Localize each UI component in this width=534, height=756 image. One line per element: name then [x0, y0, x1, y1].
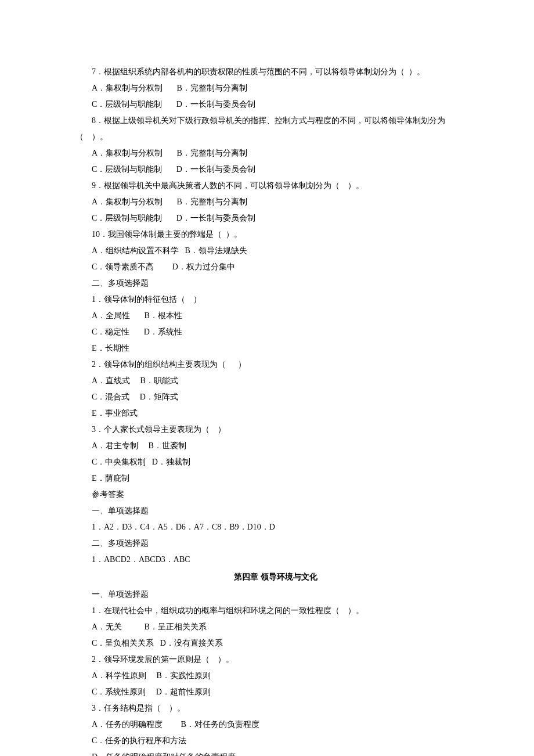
text-line: C．呈负相关关系 D．没有直接关系: [75, 635, 476, 651]
text-line: E．长期性: [75, 340, 476, 357]
text-line: A．集权制与分权制 B．完整制与分离制: [75, 80, 476, 96]
text-line: 8．根据上级领导机关对下级行政领导机关的指挥、控制方式与程度的不同，可以将领导体…: [75, 113, 476, 129]
text-line: E．荫庇制: [75, 470, 476, 487]
text-line: 10．我国领导体制最主要的弊端是（ ）。: [75, 226, 476, 243]
text-line: C．层级制与职能制 D．一长制与委员会制: [75, 96, 476, 113]
text-line: A．直线式 B．职能式: [75, 373, 476, 389]
text-line: 7．根据组织系统内部各机构的职责权限的性质与范围的不同，可以将领导体制划分为（ …: [75, 64, 476, 80]
text-line: 1．ABCD2．ABCD3．ABC: [75, 552, 476, 568]
text-line: C．中央集权制 D．独裁制: [75, 454, 476, 470]
text-line: A．集权制与分权制 B．完整制与分离制: [75, 194, 476, 210]
chapter-title: 第四章 领导环境与文化: [75, 569, 476, 585]
text-line: C．稳定性 D．系统性: [75, 324, 476, 340]
text-line: A．组织结构设置不科学 B．领导法规缺失: [75, 243, 476, 259]
text-line: D．任务的明确程度和对任务的负责程度: [75, 749, 476, 756]
text-line: C．层级制与职能制 D．一长制与委员会制: [75, 161, 476, 178]
text-line: 9．根据领导机关中最高决策者人数的不同，可以将领导体制划分为（ ）。: [75, 178, 476, 194]
text-line: 一、单项选择题: [75, 586, 476, 603]
text-line: C．任务的执行程序和方法: [75, 733, 476, 749]
text-line: A．集权制与分权制 B．完整制与分离制: [75, 145, 476, 161]
text-line: A．全局性 B．根本性: [75, 308, 476, 324]
text-line: E．事业部式: [75, 405, 476, 422]
text-line: 3．个人家长式领导主要表现为（ ）: [75, 422, 476, 438]
text-line: A．任务的明确程度 B．对任务的负责程度: [75, 717, 476, 733]
text-line: C．领导素质不高 D．权力过分集中: [75, 259, 476, 275]
text-line: A．科学性原则 B．实践性原则: [75, 668, 476, 684]
text-line: 1．领导体制的特征包括（ ）: [75, 291, 476, 308]
text-line: A．君主专制 B．世袭制: [75, 438, 476, 454]
text-line: 二、多项选择题: [75, 535, 476, 552]
text-line: 1．A2．D3．C4．A5．D6．A7．C8．B9．D10．D: [75, 519, 476, 535]
text-line: 3．任务结构是指（ ）。: [75, 700, 476, 717]
text-line: （ ）。: [75, 129, 476, 145]
text-line: 参考答案: [75, 487, 476, 503]
text-line: 2．领导体制的组织结构主要表现为（ ）: [75, 357, 476, 373]
text-line: 一、单项选择题: [75, 503, 476, 519]
text-line: 1．在现代社会中，组织成功的概率与组织和环境之间的一致性程度（ ）。: [75, 603, 476, 619]
text-line: 二、多项选择题: [75, 275, 476, 291]
text-line: C．混合式 D．矩阵式: [75, 389, 476, 405]
text-line: C．系统性原则 D．超前性原则: [75, 684, 476, 700]
text-line: 2．领导环境发展的第一原则是（ ）。: [75, 651, 476, 668]
text-line: C．层级制与职能制 D．一长制与委员会制: [75, 210, 476, 226]
text-line: A．无关 B．呈正相关关系: [75, 619, 476, 635]
